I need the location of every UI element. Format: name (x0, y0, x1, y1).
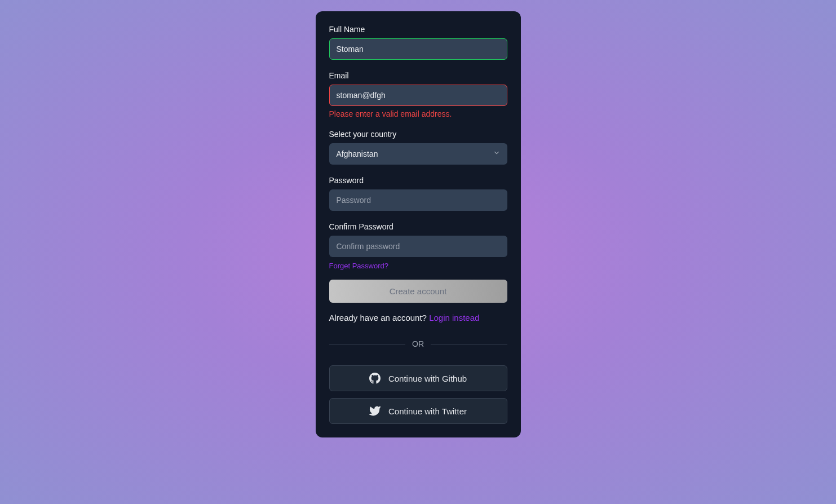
login-prompt: Already have an account? Login instead (329, 313, 507, 322)
email-error: Please enter a valid email address. (329, 109, 507, 118)
email-input[interactable] (329, 85, 507, 106)
github-button-label: Continue with Github (388, 374, 467, 383)
fullname-input[interactable] (329, 38, 507, 60)
password-label: Password (329, 176, 507, 185)
continue-twitter-button[interactable]: Continue with Twitter (329, 398, 507, 424)
twitter-button-label: Continue with Twitter (388, 406, 467, 416)
password-group: Password (329, 176, 507, 211)
confirm-password-input[interactable] (329, 236, 507, 257)
email-group: Email Please enter a valid email address… (329, 71, 507, 118)
divider-line-left (329, 344, 406, 344)
twitter-icon (369, 405, 381, 417)
email-label: Email (329, 71, 507, 80)
country-group: Select your country Afghanistan (329, 130, 507, 165)
login-instead-link[interactable]: Login instead (429, 313, 479, 322)
signup-card: Full Name Email Please enter a valid ema… (316, 11, 521, 437)
forgot-password-link[interactable]: Forget Password? (329, 262, 389, 270)
confirm-password-group: Confirm Password Forget Password? (329, 222, 507, 271)
divider: OR (329, 339, 507, 348)
confirm-password-label: Confirm Password (329, 222, 507, 231)
divider-text: OR (412, 339, 424, 348)
divider-line-right (431, 344, 507, 344)
create-account-button[interactable]: Create account (329, 280, 507, 303)
continue-github-button[interactable]: Continue with Github (329, 365, 507, 391)
country-select-wrapper: Afghanistan (329, 143, 507, 165)
country-select[interactable]: Afghanistan (329, 143, 507, 165)
github-icon (369, 373, 381, 384)
password-input[interactable] (329, 189, 507, 211)
fullname-label: Full Name (329, 25, 507, 34)
country-label: Select your country (329, 130, 507, 139)
login-prompt-text: Already have an account? (329, 313, 430, 322)
fullname-group: Full Name (329, 25, 507, 60)
